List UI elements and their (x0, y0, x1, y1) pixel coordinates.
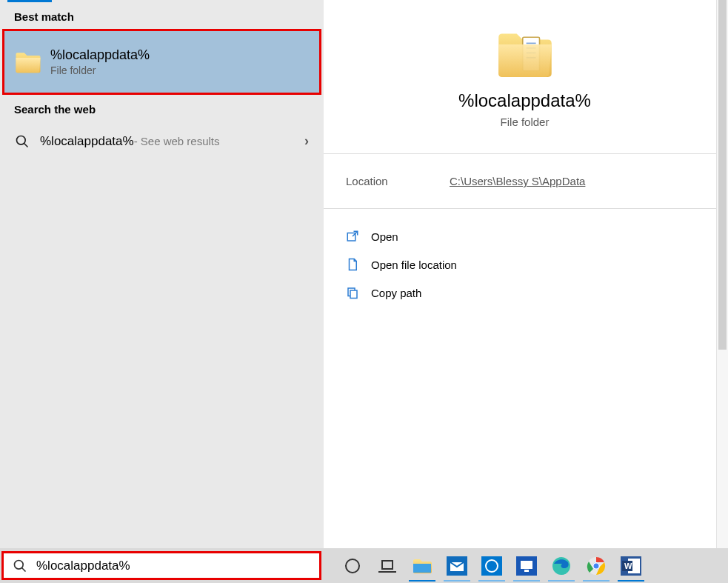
chevron-right-icon: › (304, 133, 309, 149)
svg-text:W: W (624, 562, 632, 570)
pc-manager-icon (516, 556, 537, 576)
file-location-icon (346, 258, 359, 271)
dell-icon (481, 556, 502, 576)
search-icon (15, 134, 30, 149)
search-icon (13, 559, 27, 573)
web-search-result[interactable]: %localappdata% - See web results › (0, 126, 324, 156)
word-icon: W (621, 556, 641, 576)
dell-app-button[interactable] (475, 550, 508, 582)
search-results-panel: Best match %localappdata% File folder Se… (0, 0, 727, 548)
svg-point-0 (17, 136, 26, 144)
web-result-suffix: - See web results (134, 135, 220, 147)
edge-icon (552, 556, 571, 576)
preview-subtitle: File folder (501, 116, 550, 128)
pc-manager-button[interactable] (510, 550, 543, 582)
folder-icon (496, 30, 554, 79)
web-result-title: %localappdata% (40, 134, 134, 149)
edge-button[interactable] (545, 550, 578, 582)
location-label: Location (346, 175, 450, 187)
svg-rect-16 (413, 564, 431, 573)
scrollbar-thumb[interactable] (718, 0, 727, 350)
open-action-label: Open (371, 230, 398, 243)
best-match-result[interactable]: %localappdata% File folder (2, 29, 321, 95)
search-web-label: Search the web (0, 95, 324, 121)
open-location-action-label: Open file location (371, 259, 457, 271)
search-input[interactable] (35, 558, 319, 574)
best-match-label: Best match (0, 2, 324, 29)
word-button[interactable]: W (615, 550, 647, 582)
svg-rect-18 (481, 556, 502, 576)
results-left-column: Best match %localappdata% File folder Se… (0, 0, 324, 548)
folder-icon (15, 51, 41, 73)
svg-point-10 (15, 560, 24, 569)
svg-rect-13 (382, 561, 393, 569)
copy-path-action[interactable]: Copy path (324, 279, 726, 307)
cortana-icon (344, 558, 361, 574)
svg-line-1 (24, 143, 28, 147)
mail-icon (447, 556, 467, 576)
copy-path-action-label: Copy path (371, 287, 421, 299)
result-title: %localappdata% (50, 47, 150, 63)
location-row: Location C:\Users\Blessy S\AppData (324, 154, 726, 209)
open-icon (346, 230, 359, 243)
cortana-button[interactable] (336, 550, 369, 582)
mail-app-button[interactable] (441, 550, 473, 582)
actions-list: Open Open file location Copy path (324, 209, 726, 320)
chrome-icon (587, 556, 606, 576)
svg-point-27 (594, 563, 599, 568)
result-subtitle: File folder (50, 64, 150, 76)
svg-line-11 (22, 567, 26, 571)
task-view-icon (378, 559, 396, 573)
file-explorer-button[interactable] (406, 550, 438, 582)
open-location-action[interactable]: Open file location (324, 250, 726, 279)
taskbar-search-box[interactable] (1, 551, 321, 580)
task-view-button[interactable] (371, 550, 404, 582)
page-scrollbar[interactable] (716, 0, 728, 548)
copy-icon (346, 286, 359, 299)
preview-pane: %localappdata% File folder Location C:\U… (324, 0, 726, 548)
svg-rect-9 (350, 290, 357, 299)
svg-rect-21 (521, 561, 532, 569)
open-action[interactable]: Open (324, 222, 726, 250)
file-explorer-icon (413, 558, 432, 574)
svg-point-12 (346, 559, 359, 573)
svg-rect-22 (524, 570, 529, 572)
taskbar: W (0, 548, 728, 583)
location-path-link[interactable]: C:\Users\Blessy S\AppData (450, 175, 585, 187)
preview-title: %localappdata% (458, 90, 591, 111)
chrome-button[interactable] (580, 550, 612, 582)
